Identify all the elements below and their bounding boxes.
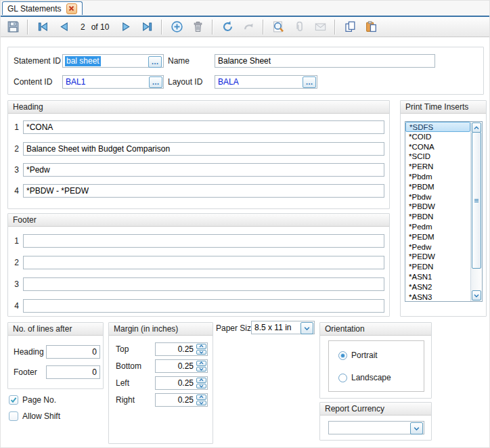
save-icon[interactable] xyxy=(5,19,21,35)
first-record-icon[interactable] xyxy=(35,19,51,35)
list-item[interactable]: *ASN2 xyxy=(405,282,471,292)
delete-record-icon[interactable] xyxy=(190,19,206,35)
list-item[interactable]: *Pbdw xyxy=(405,192,471,202)
last-record-icon[interactable] xyxy=(139,19,155,35)
heading-line-4-field[interactable] xyxy=(23,184,384,198)
tab-close-icon[interactable] xyxy=(66,3,77,14)
list-item[interactable]: *SDFS xyxy=(405,122,470,132)
portrait-radio[interactable]: Portrait xyxy=(338,351,378,360)
list-item[interactable]: *PEDN xyxy=(405,262,471,272)
lines-after-footer-field[interactable] xyxy=(46,365,100,379)
footer-line-1-field[interactable] xyxy=(23,234,384,248)
footer-line-3-input[interactable] xyxy=(23,277,384,291)
statement-id-field[interactable]: bal sheet … xyxy=(62,54,164,68)
refresh-icon[interactable] xyxy=(219,19,236,35)
list-item[interactable]: *PBDN xyxy=(405,212,471,222)
chevron-down-icon[interactable] xyxy=(410,422,423,434)
allow-shift-checkbox[interactable]: Allow Shift xyxy=(9,411,60,421)
spin-down-icon[interactable] xyxy=(196,350,206,355)
margin-bottom-field[interactable] xyxy=(155,359,208,373)
attachment-icon[interactable] xyxy=(291,19,307,35)
scroll-up-icon[interactable] xyxy=(472,122,481,133)
heading-line-1-input[interactable] xyxy=(23,120,384,134)
radio-unselected-icon[interactable] xyxy=(338,374,347,382)
heading-line-2-field[interactable] xyxy=(23,142,384,156)
add-record-icon[interactable] xyxy=(169,19,185,35)
list-item[interactable]: *COID xyxy=(405,132,471,142)
spin-down-icon[interactable] xyxy=(196,384,206,389)
spin-up-icon[interactable] xyxy=(196,344,206,349)
paper-size-value: 8.5 x 11 in xyxy=(254,321,291,334)
radio-selected-icon[interactable] xyxy=(338,351,347,360)
list-item[interactable]: *PEDM xyxy=(405,232,471,242)
checkbox-checked-icon[interactable] xyxy=(9,395,18,405)
margin-top-field[interactable] xyxy=(155,342,208,356)
list-item[interactable]: *ASN1 xyxy=(405,272,471,282)
report-currency-title: Report Currency xyxy=(320,403,431,416)
heading-line-3-input[interactable] xyxy=(23,163,384,177)
list-item[interactable]: *PBDW xyxy=(405,202,471,212)
email-icon[interactable] xyxy=(312,19,328,35)
checkbox-unchecked-icon[interactable] xyxy=(9,411,18,421)
statement-id-label: Statement ID xyxy=(14,54,61,68)
tab-gl-statements[interactable]: GL Statements xyxy=(2,1,83,15)
paper-size-combobox[interactable]: 8.5 x 11 in xyxy=(251,321,315,334)
scroll-down-icon[interactable] xyxy=(472,290,481,300)
list-item[interactable]: *SCID xyxy=(405,152,471,162)
lines-after-heading-field[interactable] xyxy=(46,345,100,359)
report-currency-combobox[interactable] xyxy=(328,421,424,434)
layout-id-label: Layout ID xyxy=(168,75,202,89)
spin-down-icon[interactable] xyxy=(196,367,206,372)
list-item[interactable]: *Pedm xyxy=(405,222,471,232)
landscape-radio[interactable]: Landscape xyxy=(338,373,391,382)
landscape-label: Landscape xyxy=(351,373,391,382)
list-item[interactable]: *CONA xyxy=(405,142,471,152)
chevron-down-icon[interactable] xyxy=(300,322,313,334)
list-item[interactable]: *Pbdm xyxy=(405,172,471,182)
layout-id-field[interactable]: … xyxy=(215,75,317,89)
name-field[interactable] xyxy=(215,54,435,68)
list-item[interactable]: *ASN3 xyxy=(405,292,471,301)
copy-icon[interactable] xyxy=(342,19,358,35)
heading-line-2-input[interactable] xyxy=(23,142,384,156)
margin-bottom-spinner[interactable] xyxy=(196,361,206,372)
undo-icon[interactable] xyxy=(240,19,257,35)
heading-line-4-input[interactable] xyxy=(23,184,384,198)
margin-right-spinner[interactable] xyxy=(196,395,206,405)
page-no-checkbox[interactable]: Page No. xyxy=(9,395,56,405)
footer-line-4-field[interactable] xyxy=(23,299,384,313)
heading-line-1-field[interactable] xyxy=(23,120,384,134)
list-scrollbar[interactable] xyxy=(470,122,482,301)
margin-left-field[interactable] xyxy=(155,376,208,390)
margin-right-field[interactable] xyxy=(155,393,208,407)
paste-icon[interactable] xyxy=(363,19,379,35)
footer-line-2-field[interactable] xyxy=(23,256,384,269)
previous-record-icon[interactable] xyxy=(55,19,72,35)
next-record-icon[interactable] xyxy=(118,19,134,35)
spin-up-icon[interactable] xyxy=(196,361,206,366)
list-item[interactable]: *PBDM xyxy=(405,182,471,192)
spin-up-icon[interactable] xyxy=(196,395,206,400)
footer-line-1-input[interactable] xyxy=(23,234,384,248)
footer-line-4-input[interactable] xyxy=(23,299,384,313)
spin-down-icon[interactable] xyxy=(196,401,206,406)
statement-id-lookup-icon[interactable]: … xyxy=(148,56,162,68)
content-id-lookup-icon[interactable]: … xyxy=(149,76,162,88)
list-item[interactable]: *PEDW xyxy=(405,252,471,262)
margin-left-spinner[interactable] xyxy=(196,378,206,388)
list-item[interactable]: *Pedw xyxy=(405,242,471,252)
heading-line-3-field[interactable] xyxy=(23,163,384,177)
name-input[interactable] xyxy=(215,54,435,68)
content-id-field[interactable]: … xyxy=(62,75,164,89)
footer-line-3-field[interactable] xyxy=(23,277,384,291)
footer-line-2-input[interactable] xyxy=(23,256,384,269)
scrollbar-thumb[interactable] xyxy=(472,132,481,269)
lines-after-footer-input[interactable] xyxy=(46,365,100,379)
print-time-inserts-list[interactable]: *SDFS *COID *CONA *SCID *PERN *Pbdm *PBD… xyxy=(405,121,483,302)
list-item[interactable]: *PERN xyxy=(405,162,471,172)
lines-after-heading-input[interactable] xyxy=(46,345,100,359)
layout-id-lookup-icon[interactable]: … xyxy=(303,76,316,88)
preview-icon[interactable] xyxy=(270,19,286,35)
spin-up-icon[interactable] xyxy=(196,378,206,383)
margin-top-spinner[interactable] xyxy=(196,344,206,355)
